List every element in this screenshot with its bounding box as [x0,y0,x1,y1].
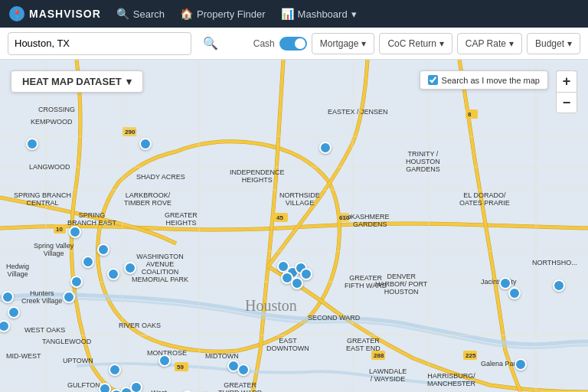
svg-text:59: 59 [177,364,184,371]
nav-mashboard-label: Mashboard [298,8,348,20]
heatmap-chevron-icon: ▾ [126,76,132,87]
heatmap-dataset-button[interactable]: HEAT MAP DATASET ▾ [11,70,143,93]
map-pin[interactable] [553,279,565,292]
mortgage-chevron-icon: ▾ [361,38,366,49]
logo: 📍 MASHVISOR [9,6,101,21]
map-pin[interactable] [139,138,152,150]
cash-label: Cash [253,38,275,49]
map-pin[interactable] [508,287,521,299]
map-pin[interactable] [130,381,142,392]
top-navigation: 📍 MASHVISOR 🔍 Search 🏠 Property Finder 📊… [0,0,588,28]
map-pin[interactable] [107,268,119,280]
budget-filter[interactable]: Budget ▾ [527,33,580,54]
search-button[interactable]: 🔍 [199,32,222,55]
svg-text:10: 10 [56,226,63,233]
map-pin[interactable] [70,276,83,288]
app-name: MASHVISOR [29,8,101,20]
map-container[interactable]: 290 290 610 610 10 45 288 59 225 8 Houst… [0,60,588,392]
house-icon: 🏠 [180,8,193,20]
cash-mortgage-toggle[interactable] [279,37,307,51]
cap-chevron-icon: ▾ [509,38,514,49]
zoom-in-button[interactable]: + [556,70,577,92]
nav-search[interactable]: 🔍 Search [116,8,165,20]
logo-icon: 📍 [9,6,24,21]
map-pin[interactable] [99,383,111,392]
budget-label: Budget [535,38,564,49]
mortgage-filter[interactable]: Mortgage ▾ [312,33,375,54]
map-pin[interactable] [69,226,81,238]
nav-mashboard[interactable]: 📊 Mashboard ▾ [281,8,357,20]
location-search-input[interactable] [8,32,191,55]
nav-property-finder[interactable]: 🏠 Property Finder [180,8,266,20]
map-pin[interactable] [124,262,136,274]
mashboard-chevron-icon: ▾ [351,8,357,20]
svg-text:8: 8 [468,111,472,118]
map-pin[interactable] [319,142,332,154]
dashboard-icon: 📊 [281,8,294,20]
zoom-out-button[interactable]: − [556,92,577,113]
budget-chevron-icon: ▾ [567,38,572,49]
heatmap-label: HEAT MAP DATASET [22,76,122,87]
search-bar-row: 🔍 Cash Mortgage ▾ CoC Return ▾ CAP Rate … [0,28,588,60]
search-icon: 🔍 [116,8,129,20]
zoom-controls: + − [556,70,577,113]
cap-rate-filter[interactable]: CAP Rate ▾ [457,33,522,54]
map-pin[interactable] [8,306,20,318]
svg-text:610: 610 [339,214,350,221]
map-pin[interactable] [514,358,527,371]
nav-search-label: Search [133,8,165,20]
cap-rate-label: CAP Rate [466,38,506,49]
coc-chevron-icon: ▾ [439,38,444,49]
map-pin[interactable] [237,364,250,376]
map-pin[interactable] [97,243,109,256]
map-pin[interactable] [109,364,121,376]
map-pin[interactable] [291,277,303,289]
search-as-i-move-label: Search as I move the map [442,76,540,85]
map-svg: 290 290 610 610 10 45 288 59 225 8 Houst… [0,60,588,392]
map-pin[interactable] [158,354,171,367]
coc-return-label: CoC Return [387,38,436,49]
nav-property-finder-label: Property Finder [197,8,266,20]
map-pin[interactable] [63,291,75,303]
filter-group: Cash Mortgage ▾ CoC Return ▾ CAP Rate ▾ … [253,33,580,54]
coc-return-filter[interactable]: CoC Return ▾ [379,33,452,54]
svg-text:225: 225 [466,352,476,359]
search-as-i-move-checkbox[interactable] [428,75,438,85]
search-as-i-move-checkbox-container: Search as I move the map [420,70,548,90]
map-pin[interactable] [82,256,94,268]
map-pin[interactable] [0,320,10,332]
svg-text:288: 288 [374,352,384,359]
map-pin[interactable] [2,291,14,303]
mortgage-label: Mortgage [320,38,359,49]
map-pin[interactable] [26,138,38,150]
svg-text:Houston: Houston [245,297,297,314]
svg-text:45: 45 [276,214,283,221]
svg-text:290: 290 [125,129,136,136]
